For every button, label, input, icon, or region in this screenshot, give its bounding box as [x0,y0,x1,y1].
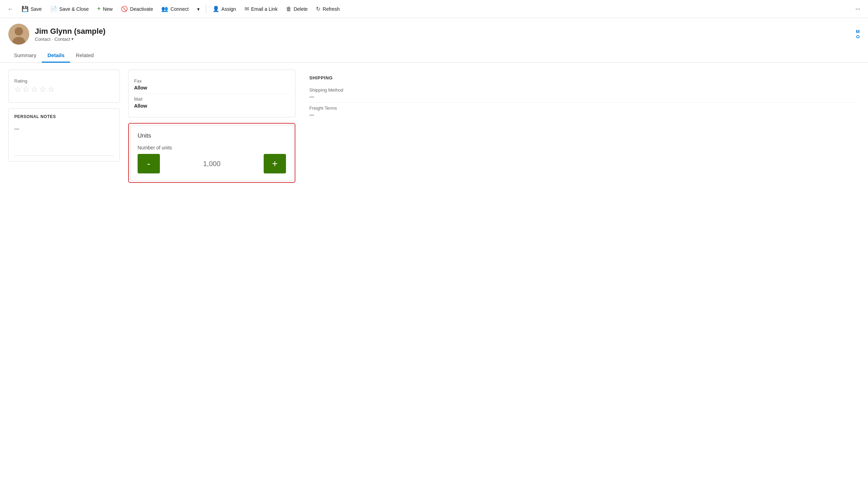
connect-icon: 👥 [161,6,168,12]
record-type-dropdown[interactable]: ▾ [71,37,73,41]
save-close-label: Save & Close [59,6,89,12]
shipping-method-value: --- [309,94,854,100]
rating-field-row: Rating ☆ ☆ ☆ ☆ ☆ [14,76,114,97]
mail-value: Allow [134,103,289,109]
tab-summary[interactable]: Summary [8,49,42,63]
main-content: Rating ☆ ☆ ☆ ☆ ☆ PERSONAL NOTES --- [0,63,868,190]
minus-label: - [147,158,150,169]
shipping-section: SHIPPING Shipping Method --- Freight Ter… [304,70,860,126]
corner-label2: O [856,34,860,39]
mail-field-row: Mail Allow [134,94,289,111]
email-link-label: Email a Link [251,6,278,12]
star-3[interactable]: ☆ [31,85,38,94]
fax-field-row: Fax Allow [134,76,289,94]
connect-button[interactable]: 👥 Connect [158,3,192,14]
units-decrement-button[interactable]: - [138,154,160,173]
freight-terms-row: Freight Terms --- [309,103,854,120]
back-button[interactable]: ← [4,4,17,14]
corner-badge: M O [856,29,860,39]
units-value: 1,000 [160,160,264,168]
connect-dropdown-button[interactable]: ▾ [194,4,203,14]
assign-label: Assign [222,6,236,12]
star-5[interactable]: ☆ [48,85,55,94]
tab-details[interactable]: Details [42,49,70,63]
mail-label: Mail [134,96,289,102]
rating-label: Rating [14,78,114,84]
fax-label: Fax [134,78,289,84]
personal-notes-text: --- [14,126,19,132]
toolbar-divider [206,4,206,14]
connect-label: Connect [170,6,188,12]
record-header: Jim Glynn (sample) Contact · Contact ▾ M… [0,18,868,45]
delete-icon: 🗑 [286,6,292,12]
refresh-button[interactable]: ↻ Refresh [312,3,343,14]
deactivate-icon: 🚫 [121,6,128,12]
delete-label: Delete [294,6,308,12]
new-icon: + [97,5,101,13]
units-card-wrapper: Units Number of units - 1,000 + [128,123,295,183]
svg-point-1 [15,27,23,36]
new-button[interactable]: + New [94,3,116,15]
units-title: Units [138,132,286,139]
shipping-method-row: Shipping Method --- [309,85,854,103]
save-icon: 💾 [22,6,29,12]
fax-value: Allow [134,85,289,91]
units-increment-button[interactable]: + [264,154,286,173]
email-link-button[interactable]: ✉ Email a Link [241,3,281,14]
contact-prefs-card: Fax Allow Mail Allow [128,70,295,117]
shipping-method-label: Shipping Method [309,87,854,93]
corner-label1: M [856,29,860,34]
save-button[interactable]: 💾 Save [18,3,45,14]
left-column: Rating ☆ ☆ ☆ ☆ ☆ PERSONAL NOTES --- [8,70,120,162]
star-2[interactable]: ☆ [23,85,30,94]
rating-card: Rating ☆ ☆ ☆ ☆ ☆ [8,70,120,103]
personal-notes-card: PERSONAL NOTES --- [8,108,120,162]
middle-column: Fax Allow Mail Allow Units Number of uni… [128,70,295,183]
units-field-label: Number of units [138,145,286,150]
freight-terms-value: --- [309,112,854,118]
new-label: New [103,6,113,12]
refresh-label: Refresh [323,6,340,12]
tab-related[interactable]: Related [70,49,99,63]
record-info: Jim Glynn (sample) Contact · Contact ▾ [35,27,106,42]
record-name: Jim Glynn (sample) [35,27,106,36]
units-controls: - 1,000 + [138,154,286,173]
right-column: SHIPPING Shipping Method --- Freight Ter… [304,70,860,126]
personal-notes-title: PERSONAL NOTES [14,114,114,119]
more-icon: ⋯ [855,6,860,12]
tabs-bar: Summary Details Related [0,49,868,63]
units-card: Units Number of units - 1,000 + [130,125,293,181]
more-button[interactable]: ⋯ [852,4,864,14]
save-label: Save [31,6,42,12]
back-icon: ← [8,6,13,12]
plus-label: + [272,158,278,169]
toolbar: ← 💾 Save 📄 Save & Close + New 🚫 Deactiva… [0,0,868,18]
save-close-button[interactable]: 📄 Save & Close [47,3,92,14]
star-1[interactable]: ☆ [14,85,21,94]
star-4[interactable]: ☆ [39,85,46,94]
delete-button[interactable]: 🗑 Delete [282,4,311,14]
stars-container: ☆ ☆ ☆ ☆ ☆ [14,85,114,94]
assign-icon: 👤 [212,6,219,12]
avatar [8,24,29,45]
deactivate-button[interactable]: 🚫 Deactivate [117,3,156,14]
freight-terms-label: Freight Terms [309,106,854,111]
record-type2: Contact [54,37,70,42]
assign-button[interactable]: 👤 Assign [209,3,240,14]
save-close-icon: 📄 [50,6,57,12]
dropdown-icon: ▾ [197,6,200,12]
shipping-title: SHIPPING [309,75,854,80]
record-type1: Contact [35,37,51,42]
deactivate-label: Deactivate [130,6,153,12]
email-link-icon: ✉ [245,6,249,12]
record-subtitle: Contact · Contact ▾ [35,37,106,42]
refresh-icon: ↻ [316,6,320,12]
personal-notes-value: --- [14,123,114,134]
